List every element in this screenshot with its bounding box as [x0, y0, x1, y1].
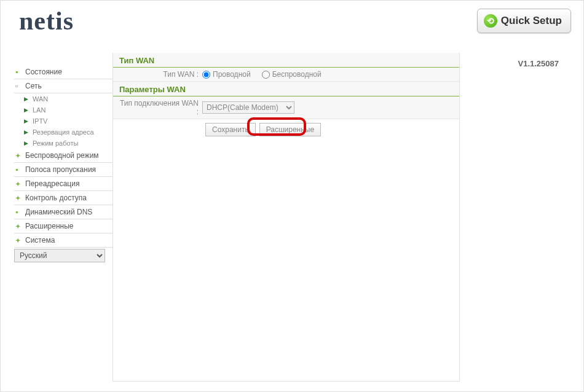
- conn-type-row: Тип подключения WAN : DHCP(Cable Modem): [113, 96, 459, 119]
- sidebar-item-system[interactable]: ✦ Система: [14, 233, 112, 248]
- sidebar-sublabel: Резервация адреса: [33, 128, 94, 136]
- main: V1.1.25087 Тип WAN Тип WAN : Проводной Б…: [112, 41, 583, 385]
- sidebar-subitem-reservation[interactable]: ▶ Резервация адреса: [24, 127, 112, 138]
- sidebar-label: Динамический DNS: [25, 208, 92, 216]
- sidebar-label: Состояние: [25, 68, 62, 76]
- sidebar-sublabel: Режим работы: [33, 139, 78, 147]
- plus-icon: ▪: [15, 165, 23, 174]
- panel: Тип WAN Тип WAN : Проводной Беспроводной…: [112, 53, 460, 382]
- cross-icon: ✦: [15, 181, 23, 187]
- sidebar-item-access[interactable]: ✦ Контроль доступа: [14, 191, 112, 205]
- section-wan-type-title: Тип WAN: [113, 53, 459, 68]
- quick-setup-label: Quick Setup: [501, 15, 562, 27]
- wan-type-wired-radio[interactable]: [202, 71, 210, 79]
- sidebar-label: Беспроводной режим: [25, 151, 99, 160]
- conn-type-label: Тип подключения WAN :: [119, 99, 202, 116]
- sidebar-sublabel: WAN: [33, 95, 48, 103]
- sidebar: ▪ Состояние ▫ Сеть ▶ WAN ▶ LAN ▶ IPTV ▶ …: [1, 41, 112, 385]
- sidebar-item-network[interactable]: ▫ Сеть: [14, 79, 112, 93]
- wan-type-wireless[interactable]: Беспроводной: [262, 70, 322, 79]
- plus-icon: ▪: [15, 208, 23, 216]
- plus-icon: ▪: [15, 68, 23, 76]
- sidebar-label: Система: [25, 236, 55, 245]
- arrow-icon: ▶: [24, 118, 30, 124]
- header: netis ⟲ Quick Setup: [1, 1, 583, 41]
- arrow-icon: ▶: [24, 96, 30, 102]
- sidebar-label: Полоса пропускания: [25, 165, 96, 174]
- sidebar-subitem-mode[interactable]: ▶ Режим работы: [24, 138, 112, 149]
- sidebar-item-wireless[interactable]: ✦ Беспроводной режим: [14, 149, 112, 163]
- logo: netis: [19, 6, 74, 36]
- cross-icon: ✦: [15, 237, 23, 244]
- wan-type-radiogroup: Проводной Беспроводной: [202, 70, 322, 79]
- radio-label: Беспроводной: [272, 70, 322, 79]
- sidebar-subitem-iptv[interactable]: ▶ IPTV: [24, 116, 112, 127]
- cross-icon: ✦: [15, 223, 23, 230]
- arrow-icon: ▶: [24, 140, 30, 146]
- language-select[interactable]: Русский: [14, 249, 105, 262]
- refresh-icon: ⟲: [484, 14, 497, 28]
- cross-icon: ✦: [15, 152, 23, 159]
- cross-icon: ✦: [15, 195, 23, 202]
- minus-icon: ▫: [15, 82, 23, 90]
- conn-type-select[interactable]: DHCP(Cable Modem): [202, 101, 294, 114]
- sidebar-label: Контроль доступа: [25, 194, 87, 202]
- sidebar-item-ddns[interactable]: ▪ Динамический DNS: [14, 205, 112, 219]
- button-row: Сохранить Расширенные: [113, 119, 459, 140]
- sidebar-sublabel: LAN: [33, 106, 45, 114]
- save-button[interactable]: Сохранить: [205, 123, 256, 136]
- arrow-icon: ▶: [24, 129, 30, 135]
- sidebar-subitem-lan[interactable]: ▶ LAN: [24, 104, 112, 116]
- radio-label: Проводной: [213, 70, 251, 79]
- sidebar-label: Сеть: [25, 82, 42, 90]
- wan-type-row: Тип WAN : Проводной Беспроводной: [113, 68, 459, 82]
- wan-type-label: Тип WAN :: [119, 70, 202, 79]
- sidebar-item-bandwidth[interactable]: ▪ Полоса пропускания: [14, 163, 112, 177]
- sidebar-label: Переадресация: [25, 179, 79, 188]
- container: ▪ Состояние ▫ Сеть ▶ WAN ▶ LAN ▶ IPTV ▶ …: [1, 41, 583, 385]
- wan-type-wireless-radio[interactable]: [262, 71, 270, 79]
- sidebar-item-status[interactable]: ▪ Состояние: [14, 65, 112, 79]
- section-wan-params-title: Параметры WAN: [113, 82, 459, 96]
- version-label: V1.1.25087: [518, 59, 559, 68]
- wan-type-wired[interactable]: Проводной: [202, 70, 251, 79]
- sidebar-subitem-wan[interactable]: ▶ WAN: [24, 93, 112, 104]
- sidebar-item-forwarding[interactable]: ✦ Переадресация: [14, 177, 112, 191]
- arrow-icon: ▶: [24, 107, 30, 113]
- advanced-button[interactable]: Расширенные: [259, 123, 322, 136]
- quick-setup-button[interactable]: ⟲ Quick Setup: [477, 9, 571, 33]
- sidebar-item-advanced[interactable]: ✦ Расширенные: [14, 219, 112, 233]
- sidebar-sublabel: IPTV: [33, 117, 47, 125]
- subnav-network: ▶ WAN ▶ LAN ▶ IPTV ▶ Резервация адреса ▶…: [14, 93, 112, 149]
- sidebar-label: Расширенные: [25, 222, 74, 230]
